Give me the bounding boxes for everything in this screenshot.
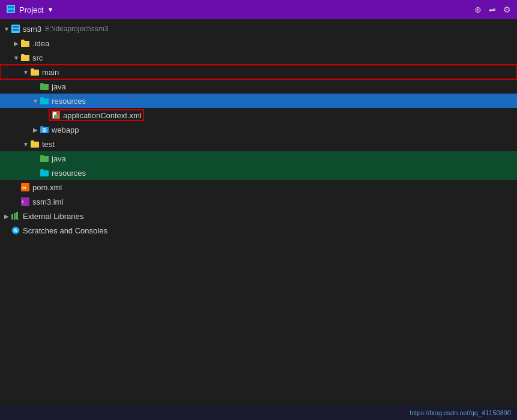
arrow-test bbox=[22, 140, 30, 148]
folder-idea-icon bbox=[20, 38, 30, 48]
arrow-idea bbox=[12, 39, 20, 47]
arrow-resources-test bbox=[31, 169, 40, 177]
scroll-icon[interactable]: ⇌ bbox=[489, 5, 496, 14]
status-bar: https://blog.csdn.net/qq_41150890 bbox=[0, 406, 517, 420]
svg-rect-19 bbox=[16, 212, 18, 219]
spring-xml-icon: S bbox=[51, 110, 61, 120]
item-path-ssm3: E:\ideaproject\ssm3 bbox=[45, 25, 108, 33]
folder-java-main-icon bbox=[40, 82, 49, 91]
arrow-java-test bbox=[31, 154, 40, 163]
arrow-scratches bbox=[2, 226, 11, 235]
arrow-resources bbox=[31, 97, 40, 105]
arrow-ssm3 bbox=[2, 25, 11, 33]
item-label-webapp: webapp bbox=[52, 125, 79, 134]
tree-item-scratches[interactable]: S Scratches and Consoles bbox=[0, 223, 517, 238]
arrow-java-main bbox=[31, 82, 40, 91]
tree-item-appcontext[interactable]: S applicationContext.xml bbox=[0, 108, 517, 122]
tree-item-extlib[interactable]: External Libraries bbox=[0, 209, 517, 223]
item-label-java-test: java bbox=[52, 154, 66, 163]
arrow-webapp bbox=[31, 125, 40, 134]
module-icon bbox=[11, 24, 20, 34]
svg-rect-5 bbox=[13, 29, 19, 31]
folder-resources-test-icon bbox=[40, 168, 49, 178]
item-label-extlib: External Libraries bbox=[23, 212, 83, 221]
svg-rect-1 bbox=[8, 6, 14, 8]
tree-item-resources[interactable]: resources bbox=[0, 94, 517, 108]
folder-resources-icon bbox=[40, 96, 49, 106]
svg-rect-17 bbox=[11, 214, 13, 219]
tree-item-java-test[interactable]: java bbox=[0, 151, 517, 166]
tree-item-pom[interactable]: m pom.xml bbox=[0, 180, 517, 194]
item-label-java-main: java bbox=[52, 82, 66, 91]
project-cube-icon bbox=[6, 4, 16, 16]
item-label-test: test bbox=[42, 140, 55, 149]
tree-item-test[interactable]: test bbox=[0, 137, 517, 151]
svg-text:S: S bbox=[14, 228, 17, 233]
item-label-resources: resources bbox=[52, 97, 86, 106]
arrow-main bbox=[22, 68, 30, 76]
svg-text:m: m bbox=[22, 185, 26, 190]
tree-item-idea[interactable]: .idea bbox=[0, 36, 517, 50]
title-bar-left: Project ▼ bbox=[6, 4, 53, 16]
item-label-iml: ssm3.iml bbox=[32, 197, 63, 206]
pom-xml-icon: m bbox=[20, 182, 30, 192]
tree-item-webapp[interactable]: webapp bbox=[0, 122, 517, 137]
arrow-src bbox=[12, 53, 20, 62]
iml-icon: I bbox=[20, 197, 30, 206]
settings-icon[interactable]: ⚙ bbox=[503, 5, 511, 14]
svg-text:I: I bbox=[22, 200, 23, 204]
tree-item-iml[interactable]: I ssm3.iml bbox=[0, 194, 517, 209]
folder-main-icon bbox=[30, 67, 40, 77]
scratches-icon: S bbox=[11, 226, 20, 235]
item-label-idea: .idea bbox=[32, 39, 49, 48]
svg-rect-8 bbox=[54, 115, 59, 118]
folder-java-test-icon bbox=[40, 154, 49, 163]
locate-icon[interactable]: ⊕ bbox=[474, 5, 482, 14]
item-label-pom: pom.xml bbox=[32, 183, 62, 192]
title-bar: Project ▼ ⊕ ⇌ ⚙ bbox=[0, 0, 517, 19]
panel-dropdown[interactable]: ▼ bbox=[47, 6, 53, 13]
arrow-iml bbox=[12, 197, 20, 206]
folder-webapp-icon bbox=[40, 125, 49, 134]
arrow-pom bbox=[12, 183, 20, 191]
panel-title: Project bbox=[19, 5, 43, 14]
tree-item-src[interactable]: src bbox=[0, 50, 517, 65]
item-label-main: main bbox=[42, 68, 59, 77]
arrow-extlib bbox=[2, 212, 11, 220]
tree-item-ssm3[interactable]: ssm3 E:\ideaproject\ssm3 bbox=[0, 22, 517, 36]
svg-rect-2 bbox=[8, 10, 14, 12]
item-label-src: src bbox=[32, 53, 43, 62]
folder-test-icon bbox=[30, 139, 40, 149]
item-label-resources-test: resources bbox=[52, 169, 86, 178]
folder-src-icon bbox=[20, 53, 30, 62]
tree-item-java-main[interactable]: java bbox=[0, 79, 517, 94]
arrow-appcontext bbox=[41, 111, 49, 119]
title-bar-actions: ⊕ ⇌ ⚙ bbox=[474, 5, 511, 14]
svg-rect-18 bbox=[14, 213, 16, 219]
svg-rect-4 bbox=[13, 26, 19, 28]
external-libraries-icon bbox=[11, 211, 20, 221]
tree-item-resources-test[interactable]: resources bbox=[0, 166, 517, 180]
project-tree: ssm3 E:\ideaproject\ssm3 .idea src main … bbox=[0, 19, 517, 406]
item-label-appcontext: applicationContext.xml bbox=[63, 111, 142, 120]
status-url: https://blog.csdn.net/qq_41150890 bbox=[410, 409, 511, 416]
item-label-ssm3: ssm3 bbox=[23, 25, 41, 34]
tree-item-main[interactable]: main bbox=[0, 65, 517, 79]
item-label-scratches: Scratches and Consoles bbox=[23, 226, 107, 235]
